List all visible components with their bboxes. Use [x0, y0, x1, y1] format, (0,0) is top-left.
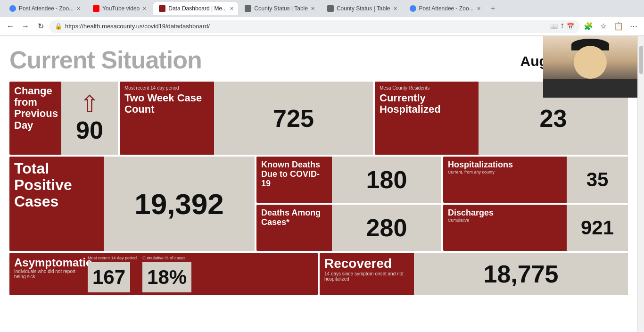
card-change-value-box: ⇧ 90	[61, 82, 118, 155]
card-change-number: 90	[76, 116, 103, 144]
reader-icon[interactable]: 📖	[550, 23, 558, 30]
card-total-value-box: 19,392	[104, 157, 255, 251]
scroll-thumb[interactable]	[639, 46, 643, 74]
card-hospitalized-label: Mesa County Residents Currently Hospital…	[375, 82, 479, 155]
card-hospitalized-sublabel: Mesa County Residents	[380, 85, 474, 91]
extensions-button[interactable]: 🧩	[582, 20, 595, 33]
dashboard-header: Current Situation Last Update August 31,…	[9, 46, 628, 74]
card-recovered-value-box: 18,775	[414, 253, 628, 295]
page-title: Current Situation	[9, 46, 202, 74]
asym-period-section: Most recent 14 day period 167	[85, 253, 140, 295]
card-total-positive: Total Positive Cases 19,392	[9, 157, 255, 251]
card-discharges-title: Discharges	[448, 208, 562, 218]
card-total-label: Total Positive Cases	[9, 157, 104, 251]
card-asym-values: Most recent 14 day period 167 Cumulative…	[85, 253, 318, 295]
card-twoweek-label: Most recent 14 day period Two Week Case …	[120, 82, 214, 155]
card-hospitalized-number: 23	[540, 104, 567, 133]
row-2: Total Positive Cases 19,392 Known Deaths…	[9, 157, 628, 251]
card-discharges-value-box: 921	[567, 205, 628, 251]
card-hosp-value-box: 35	[567, 157, 628, 203]
tab-favicon-1	[9, 5, 16, 12]
card-hospitalizations: Hospitalizations Current, from any count…	[443, 157, 628, 203]
asym-cumulative-label: Cumulative % of cases	[142, 256, 186, 260]
asym-cumulative-value-box: 18%	[142, 262, 191, 292]
share-icon[interactable]: ⤴	[561, 23, 564, 30]
card-known-deaths-label: Known Deaths Due to COVID-19	[256, 157, 332, 203]
card-recovered-sublabel: 14 days since symptom onset and not hosp…	[324, 271, 409, 282]
back-button[interactable]: ←	[4, 20, 17, 33]
address-bar-icons: 📖 ⤴ 📅	[550, 23, 574, 30]
card-total-title: Total Positive Cases	[14, 160, 99, 210]
card-recovered: Recovered 14 days since symptom onset an…	[320, 253, 628, 295]
tab-county-status-1[interactable]: County Status | Table ✕	[239, 2, 321, 15]
tab-favicon-3	[159, 5, 165, 12]
tab-label-4: County Status | Table	[254, 5, 308, 12]
card-two-week: Most recent 14 day period Two Week Case …	[120, 82, 373, 155]
tab-label-1: Post Attendee - Zoo...	[19, 5, 74, 12]
tab-close-2[interactable]: ✕	[142, 6, 147, 12]
address-bar[interactable]: 🔒 https://health.mesacounty.us/covid19/d…	[49, 20, 580, 33]
tab-label-3: Data Dashboard | Me...	[168, 5, 227, 12]
settings-button[interactable]: ⋯	[627, 20, 640, 33]
card-discharges: Discharges Cumulative 921	[443, 205, 628, 251]
tab-favicon-4	[245, 5, 251, 12]
tab-data-dashboard[interactable]: Data Dashboard | Me... ✕	[153, 2, 238, 15]
tab-favicon-6	[410, 5, 416, 12]
tab-close-3[interactable]: ✕	[230, 6, 234, 12]
card-change-title: Change from Previous Day	[14, 85, 57, 131]
main-area: Current Situation Last Update August 31,…	[0, 36, 644, 332]
card-twoweek-number: 725	[273, 104, 314, 133]
tab-close-6[interactable]: ✕	[477, 6, 481, 12]
card-deaths-among-cases: Deaths Among Cases* 280	[256, 205, 441, 251]
tab-label-6: Post Attendee - Zoo...	[419, 5, 474, 12]
asym-period-label: Most recent 14 day period	[88, 256, 137, 260]
reload-button[interactable]: ↻	[34, 20, 47, 33]
calendar-icon[interactable]: 📅	[567, 23, 574, 30]
browser-scrollbar[interactable]	[637, 36, 644, 332]
browser-chrome: Post Attendee - Zoo... ✕ YouTube video ✕…	[0, 0, 644, 36]
tab-close-1[interactable]: ✕	[76, 6, 81, 12]
card-known-deaths-number: 180	[366, 166, 407, 194]
card-deaths-among-title: Deaths Among Cases*	[261, 208, 327, 227]
card-change-label: Change from Previous Day	[9, 82, 61, 155]
card-discharges-label: Discharges Cumulative	[443, 205, 567, 251]
webcam-person	[543, 36, 637, 98]
deaths-column: Known Deaths Due to COVID-19 180 Deaths …	[256, 157, 441, 251]
card-known-deaths-value-box: 180	[332, 157, 441, 203]
tab-bar: Post Attendee - Zoo... ✕ YouTube video ✕…	[0, 0, 644, 17]
new-tab-button[interactable]: +	[487, 3, 499, 14]
url-text[interactable]: https://health.mesacounty.us/covid19/dat…	[65, 23, 210, 30]
card-twoweek-title: Two Week Case Count	[124, 92, 209, 115]
card-hosp-sublabel: Current, from any county	[448, 170, 562, 174]
webcam-shirt	[543, 79, 637, 98]
tab-label-5: County Status | Table	[337, 5, 390, 12]
card-recovered-title: Recovered	[324, 257, 409, 271]
tab-county-status-2[interactable]: County Status | Table ✕	[322, 2, 403, 15]
lock-icon: 🔒	[55, 23, 62, 30]
asym-cumulative-suffix: %	[169, 266, 187, 289]
row-1: Change from Previous Day ⇧ 90 Most recen…	[9, 82, 628, 155]
toolbar-right: 🧩 ☆ 📋 ⋯	[582, 20, 640, 33]
favorites-button[interactable]: ☆	[597, 20, 610, 33]
card-hosp-title: Hospitalizations	[448, 160, 562, 170]
tab-youtube[interactable]: YouTube video ✕	[87, 2, 152, 15]
card-change-previous-day: Change from Previous Day ⇧ 90	[9, 82, 118, 155]
asym-period-number: 167	[92, 266, 125, 289]
hospitalizations-column: Hospitalizations Current, from any count…	[443, 157, 628, 251]
collections-button[interactable]: 📋	[612, 20, 625, 33]
webcam-overlay	[543, 36, 637, 98]
card-deaths-among-value-box: 280	[332, 205, 441, 251]
tab-close-5[interactable]: ✕	[393, 6, 397, 12]
dashboard-grid: Change from Previous Day ⇧ 90 Most recen…	[9, 82, 628, 295]
forward-button[interactable]: →	[19, 20, 32, 33]
tab-favicon-5	[327, 5, 334, 12]
webcam-face	[574, 46, 607, 79]
tab-post-attendee-2[interactable]: Post Attendee - Zoo... ✕	[404, 2, 487, 15]
page-content: Current Situation Last Update August 31,…	[0, 36, 637, 332]
asym-cumulative-number: 18	[147, 266, 169, 289]
toolbar: ← → ↻ 🔒 https://health.mesacounty.us/cov…	[0, 17, 644, 36]
tab-label-2: YouTube video	[102, 5, 140, 12]
tab-close-4[interactable]: ✕	[311, 6, 315, 12]
card-twoweek-value-box: 725	[214, 82, 373, 155]
tab-post-attendee-1[interactable]: Post Attendee - Zoo... ✕	[4, 2, 86, 15]
